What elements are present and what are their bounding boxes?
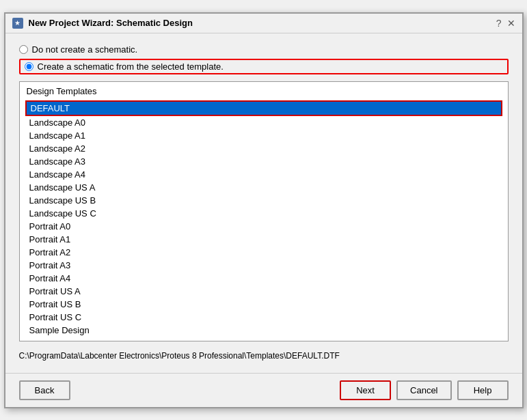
template-list-item[interactable]: Landscape US B xyxy=(25,194,502,207)
template-list-item[interactable]: Landscape A0 xyxy=(25,116,502,129)
footer-btn-group: Next Cancel Help xyxy=(340,380,508,400)
dialog-title: New Project Wizard: Schematic Design xyxy=(29,18,193,28)
radio-from-template-label: Create a schematic from the selected tem… xyxy=(38,61,224,72)
template-list-item[interactable]: Portrait A4 xyxy=(25,272,502,285)
cancel-button[interactable]: Cancel xyxy=(396,380,451,400)
template-list-item[interactable]: Landscape US C xyxy=(25,207,502,220)
template-list[interactable]: DEFAULTLandscape A0Landscape A1Landscape… xyxy=(20,98,508,341)
title-bar: ★ New Project Wizard: Schematic Design ?… xyxy=(5,14,522,33)
template-list-item[interactable]: Landscape US A xyxy=(25,181,502,194)
help-button[interactable]: Help xyxy=(457,380,509,400)
design-templates-label: Design Templates xyxy=(20,82,508,98)
template-list-item[interactable]: Portrait A0 xyxy=(25,220,502,233)
radio-option-from-template[interactable]: Create a schematic from the selected tem… xyxy=(19,59,509,74)
template-list-item[interactable]: Landscape A1 xyxy=(25,129,502,142)
template-list-item[interactable]: DEFAULT xyxy=(25,100,502,116)
file-path: C:\ProgramData\Labcenter Electronics\Pro… xyxy=(19,348,509,362)
radio-group: Do not create a schematic. Create a sche… xyxy=(19,44,509,74)
radio-from-template[interactable] xyxy=(25,62,33,71)
template-list-item[interactable]: Portrait US A xyxy=(25,285,502,298)
radio-option-no-schematic[interactable]: Do not create a schematic. xyxy=(19,44,509,55)
dialog-body: Do not create a schematic. Create a sche… xyxy=(5,33,522,373)
title-bar-left: ★ New Project Wizard: Schematic Design xyxy=(12,18,193,29)
template-list-item[interactable]: Portrait A2 xyxy=(25,246,502,259)
app-icon: ★ xyxy=(12,18,23,29)
back-button[interactable]: Back xyxy=(19,380,70,400)
template-list-item[interactable]: Landscape A4 xyxy=(25,168,502,181)
template-section: Design Templates DEFAULTLandscape A0Land… xyxy=(19,81,509,341)
title-bar-right: ? ✕ xyxy=(496,18,515,28)
template-list-item[interactable]: Portrait A1 xyxy=(25,233,502,246)
template-list-item[interactable]: Portrait A3 xyxy=(25,259,502,272)
close-title-button[interactable]: ✕ xyxy=(507,18,515,28)
radio-no-schematic[interactable] xyxy=(19,45,28,54)
template-list-item[interactable]: Landscape A2 xyxy=(25,142,502,155)
dialog-window: ★ New Project Wizard: Schematic Design ?… xyxy=(4,12,524,408)
help-title-button[interactable]: ? xyxy=(496,18,502,28)
dialog-footer: Back Next Cancel Help xyxy=(5,373,522,407)
radio-no-schematic-label: Do not create a schematic. xyxy=(32,44,138,55)
template-list-item[interactable]: Sample Design xyxy=(25,324,502,337)
template-list-item[interactable]: Portrait US C xyxy=(25,311,502,324)
template-list-item[interactable]: Portrait US B xyxy=(25,298,502,311)
template-list-item[interactable]: Landscape A3 xyxy=(25,155,502,168)
next-button[interactable]: Next xyxy=(340,380,391,400)
